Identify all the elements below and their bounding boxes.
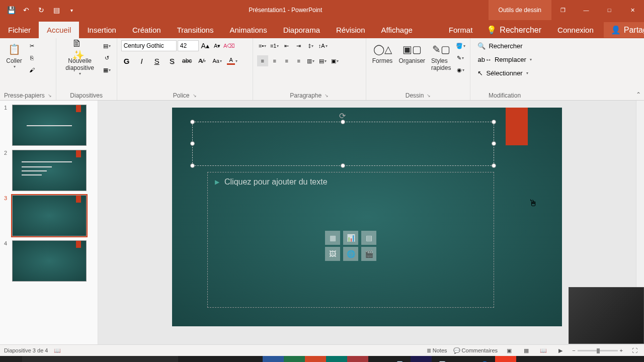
clear-formatting-icon[interactable]: A⌫ xyxy=(224,40,235,51)
zoom-in-icon[interactable]: + xyxy=(620,347,623,353)
paste-button[interactable]: 📋 Coller ▾ xyxy=(4,40,24,70)
store-icon[interactable]: 🛍 xyxy=(242,356,263,362)
resize-handle[interactable] xyxy=(492,120,496,124)
section-icon[interactable]: ▦▾ xyxy=(102,64,113,75)
slideshow-view-icon[interactable]: ▶ xyxy=(555,346,566,355)
shape-fill-icon[interactable]: 🪣▾ xyxy=(455,40,466,51)
increase-font-icon[interactable]: A▴ xyxy=(200,40,211,51)
spellcheck-icon[interactable]: 📖 xyxy=(54,347,61,354)
resize-handle[interactable] xyxy=(190,120,195,124)
start-button[interactable]: ⊞ xyxy=(0,356,22,362)
tab-format[interactable]: Format xyxy=(441,22,481,38)
drawing-launcher-icon[interactable]: ↘ xyxy=(427,93,431,98)
numbering-icon[interactable]: ≡1▾ xyxy=(269,40,280,51)
format-painter-icon[interactable]: 🖌 xyxy=(26,64,37,75)
shape-outline-icon[interactable]: ✎▾ xyxy=(455,52,466,63)
maximize-button[interactable]: □ xyxy=(598,0,621,20)
decrease-indent-icon[interactable]: ⇤ xyxy=(281,40,292,51)
resize-handle[interactable] xyxy=(492,141,496,146)
font-launcher-icon[interactable]: ↘ xyxy=(193,93,197,98)
resize-handle[interactable] xyxy=(341,163,345,168)
insert-online-picture-icon[interactable]: 🌐 xyxy=(343,247,358,261)
resize-handle[interactable] xyxy=(492,163,496,168)
slide-canvas[interactable]: ⟳ ▶ Cliquez pour ajouter du texte ▦ 📊 xyxy=(172,108,562,326)
select-button[interactable]: ↖Sélectionner▾ xyxy=(474,67,531,79)
collapse-ribbon-icon[interactable]: ⌃ xyxy=(636,91,641,98)
tab-affichage[interactable]: Affichage xyxy=(373,22,421,38)
fit-to-window-icon[interactable]: ⛶ xyxy=(629,346,640,355)
app-icon-2[interactable]: 📑 xyxy=(432,356,453,362)
edge-icon[interactable]: e xyxy=(199,356,220,362)
close-button[interactable]: ✕ xyxy=(621,0,644,20)
qat-more-icon[interactable]: ▾ xyxy=(64,3,78,17)
shapes-button[interactable]: ◯△ Formes xyxy=(370,40,395,65)
notes-toggle[interactable]: ≣ Notes xyxy=(427,347,447,354)
tab-insertion[interactable]: Insertion xyxy=(79,22,124,38)
slide-thumbnail-2[interactable] xyxy=(12,150,87,191)
file-explorer-icon[interactable]: 📁 xyxy=(220,356,242,362)
publisher-icon[interactable]: P xyxy=(326,356,347,362)
tab-fichier[interactable]: Fichier xyxy=(0,22,39,38)
reading-view-icon[interactable]: 📖 xyxy=(538,346,549,355)
columns-icon[interactable]: ▥▾ xyxy=(305,55,316,66)
zoom-slider[interactable]: − + xyxy=(572,347,623,353)
strikethrough-button[interactable]: abc xyxy=(182,55,193,66)
tab-revision[interactable]: Révision xyxy=(328,22,373,38)
replace-button[interactable]: ab↔Remplacer▾ xyxy=(474,54,534,65)
rotate-handle-icon[interactable]: ⟳ xyxy=(339,111,347,119)
ribbon-display-icon[interactable]: ❐ xyxy=(551,0,575,20)
access-icon[interactable]: A xyxy=(347,356,368,362)
vlc-icon[interactable]: ▲ xyxy=(368,356,389,362)
layout-icon[interactable]: ▤▾ xyxy=(102,40,113,51)
bold-button[interactable]: G xyxy=(121,55,132,66)
tell-me-search[interactable]: 💡 Rechercher xyxy=(480,22,547,38)
align-right-icon[interactable]: ≡ xyxy=(281,55,292,66)
content-placeholder[interactable]: ▶ Cliquez pour ajouter du texte ▦ 📊 ▤ 🖼 … xyxy=(207,172,494,308)
slide-thumbnail-4[interactable] xyxy=(12,240,87,282)
slide-thumbnail-1[interactable] xyxy=(12,105,87,146)
quick-styles-button[interactable]: ✎▢ Stylesrapides xyxy=(429,40,453,72)
insert-chart-icon[interactable]: 📊 xyxy=(343,231,358,245)
slide-thumbnail-3[interactable] xyxy=(12,195,87,236)
underline-button[interactable]: S xyxy=(151,55,163,66)
comments-toggle[interactable]: 💬 Commentaires xyxy=(453,347,498,354)
clipboard-launcher-icon[interactable]: ↘ xyxy=(48,93,52,98)
save-icon[interactable]: 💾 xyxy=(4,3,18,17)
redo-icon[interactable]: ↻ xyxy=(34,3,48,17)
copy-icon[interactable]: ⎘ xyxy=(26,52,37,63)
share-button[interactable]: 👤 Partager xyxy=(604,22,644,38)
slide-thumbnails-panel[interactable]: 1 2 3 4 xyxy=(0,101,98,344)
normal-view-icon[interactable]: ▣ xyxy=(504,346,515,355)
insert-smartart-icon[interactable]: ▤ xyxy=(361,231,376,245)
chrome-icon[interactable]: 🔵 xyxy=(474,356,495,362)
new-slide-button[interactable]: 🗎✨ Nouvelle diapositive ▾ xyxy=(60,40,100,77)
opera-icon[interactable]: O xyxy=(453,356,474,362)
undo-icon[interactable]: ↶ xyxy=(19,3,33,17)
minimize-button[interactable]: — xyxy=(575,0,598,20)
align-left-icon[interactable]: ≡ xyxy=(257,55,268,66)
find-button[interactable]: 🔍Rechercher xyxy=(474,40,525,52)
tab-animations[interactable]: Animations xyxy=(221,22,275,38)
powerpoint-icon[interactable]: P xyxy=(305,356,326,362)
app-icon[interactable]: 📄 xyxy=(389,356,411,362)
title-placeholder[interactable]: ⟳ xyxy=(192,122,494,166)
decrease-font-icon[interactable]: A▾ xyxy=(212,40,223,51)
justify-icon[interactable]: ≡ xyxy=(293,55,304,66)
tab-accueil[interactable]: Accueil xyxy=(39,22,79,38)
tab-diaporama[interactable]: Diaporama xyxy=(275,22,328,38)
font-size-select[interactable]: 42 xyxy=(178,40,199,51)
shape-effects-icon[interactable]: ◉▾ xyxy=(455,64,466,75)
word-icon[interactable]: W xyxy=(263,356,284,362)
change-case-button[interactable]: Aa▾ xyxy=(212,55,223,66)
insert-video-icon[interactable]: 🎬 xyxy=(361,247,376,261)
sorter-view-icon[interactable]: ▦ xyxy=(521,346,532,355)
cut-icon[interactable]: ✂ xyxy=(26,40,37,51)
task-view-icon[interactable]: ◫ xyxy=(178,356,199,362)
slideshow-start-icon[interactable]: ▤ xyxy=(49,3,63,17)
arrange-button[interactable]: ▣▢ Organiser xyxy=(396,40,427,65)
camtasia-icon[interactable]: C xyxy=(495,356,516,362)
resize-handle[interactable] xyxy=(341,120,345,124)
align-text-icon[interactable]: ▤▾ xyxy=(317,55,329,66)
insert-picture-icon[interactable]: 🖼 xyxy=(325,247,340,261)
after-effects-icon[interactable]: Ae xyxy=(411,356,432,362)
